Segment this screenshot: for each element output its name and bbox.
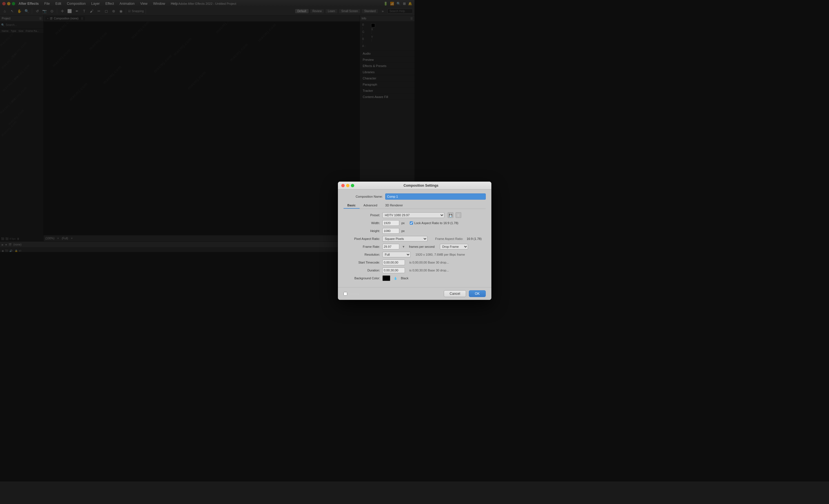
pixel-aspect-row: Pixel Aspect Ratio: Square Pixels Frame …: [344, 236, 415, 242]
dialog-tabs: Basic Advanced 3D Renderer: [344, 203, 415, 209]
dialog-titlebar: Composition Settings: [338, 182, 415, 189]
width-label: Width:: [344, 221, 380, 225]
composition-settings-dialog: Composition Settings Composition Name: B…: [338, 182, 415, 252]
preset-label: Preset:: [344, 213, 380, 217]
frame-rate-input[interactable]: [383, 244, 399, 249]
dialog-body: Composition Name: Basic Advanced 3D Rend…: [338, 189, 415, 252]
height-input[interactable]: [383, 228, 399, 234]
comp-name-input[interactable]: [385, 193, 415, 200]
modal-overlay: Composition Settings Composition Name: B…: [0, 0, 414, 252]
resolution-select[interactable]: Full: [383, 252, 410, 252]
frame-rate-row: Frame Rate: ▼ frames per second Drop Fra…: [344, 244, 415, 249]
frame-rate-dropdown-icon[interactable]: ▼: [402, 245, 405, 248]
pixel-aspect-select[interactable]: Square Pixels: [383, 236, 415, 242]
dialog-close[interactable]: [341, 184, 345, 187]
width-row: Width: px Lock Aspect Ratio to 16:9 (1.7…: [344, 220, 415, 226]
dialog-title: Composition Settings: [354, 184, 415, 187]
height-row: Height: px: [344, 228, 415, 234]
preset-row: Preset: HDTV 1080 29.97 💾 🗑: [344, 212, 415, 218]
resolution-row: Resolution: Full 1920 x 1080, 7.6MB per …: [344, 252, 415, 252]
width-input[interactable]: [383, 220, 399, 226]
dialog-minimize[interactable]: [346, 184, 350, 187]
frame-rate-label: Frame Rate:: [344, 245, 380, 248]
lock-aspect-control: Lock Aspect Ratio to 16:9 (1.78): [410, 221, 414, 225]
composition-name-field: Composition Name:: [344, 193, 415, 200]
dialog-maximize[interactable]: [351, 184, 354, 187]
frame-rate-unit: frames per second: [409, 245, 414, 248]
comp-name-label: Composition Name:: [344, 195, 383, 198]
lock-aspect-checkbox[interactable]: [410, 221, 413, 225]
height-unit: px: [402, 229, 405, 232]
tab-3d-renderer[interactable]: 3D Renderer: [381, 203, 407, 209]
lock-aspect-label: Lock Aspect Ratio to 16:9 (1.78): [414, 221, 414, 225]
height-label: Height:: [344, 229, 380, 232]
pixel-aspect-label: Pixel Aspect Ratio:: [344, 237, 380, 241]
tab-basic[interactable]: Basic: [344, 203, 360, 209]
dialog-traffic-lights: [341, 184, 354, 187]
tab-advanced[interactable]: Advanced: [360, 203, 381, 209]
preset-select[interactable]: HDTV 1080 29.97: [383, 212, 415, 218]
width-unit: px: [402, 221, 405, 225]
